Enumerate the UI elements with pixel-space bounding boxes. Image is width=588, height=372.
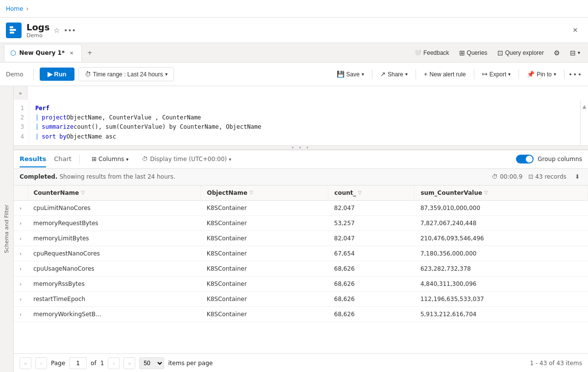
expand-row-button-2[interactable]: › xyxy=(20,236,22,241)
table-row[interactable]: › cpuLimitNanoCores K8SContainer 82,047 … xyxy=(14,200,588,215)
results-panel: Results Chart ⊞ Columns ▾ ⏱ Display time… xyxy=(14,150,588,372)
favorite-icon[interactable]: ☆ xyxy=(53,26,60,34)
cell-sum: 112,196,635,533,037 xyxy=(415,291,588,306)
editor-scroll-handle[interactable]: ▲ xyxy=(580,100,588,145)
expand-row-button-4[interactable]: › xyxy=(20,266,22,272)
tab-close-button[interactable]: ✕ xyxy=(68,49,75,57)
th-sum: sum_CounterValue ▽ xyxy=(415,186,588,201)
cell-count: 68,626 xyxy=(328,276,415,291)
group-toggle-switch[interactable] xyxy=(516,155,534,163)
export-button[interactable]: ↦ Export ▾ xyxy=(478,69,515,80)
time-icon: ⏱ xyxy=(492,173,498,180)
cell-sum: 7,827,067,240,448 xyxy=(415,215,588,231)
cell-count: 68,626 xyxy=(328,261,415,276)
schema-sidebar[interactable]: Schema and Filter xyxy=(0,86,14,372)
table-row[interactable]: › memoryLimitBytes K8SContainer 82,047 2… xyxy=(14,231,588,246)
expand-row-button-1[interactable]: › xyxy=(20,221,22,226)
run-button[interactable]: ▶ Run xyxy=(40,68,74,81)
last-page-button[interactable]: » xyxy=(123,357,135,369)
execution-time-badge: ⏱ 00:00.9 xyxy=(492,173,522,180)
expand-row-button-6[interactable]: › xyxy=(20,297,22,302)
expand-row-button-5[interactable]: › xyxy=(20,281,22,287)
expand-results-button[interactable]: ⬇ xyxy=(572,172,582,182)
table-row[interactable]: › cpuRequestNanoCores K8SContainer 67,65… xyxy=(14,246,588,261)
tab-add-button[interactable]: + xyxy=(83,46,97,60)
display-time-button[interactable]: ⏱ Display time (UTC+00:00) ▾ xyxy=(142,156,231,163)
pin-icon: 📌 xyxy=(527,70,535,78)
collapse-editor-button[interactable]: » xyxy=(14,86,27,100)
cell-counter-name: cpuUsageNanoCores xyxy=(27,261,201,276)
new-alert-button[interactable]: + New alert rule xyxy=(420,69,470,80)
filter-icon-objectname[interactable]: ▽ xyxy=(249,190,253,195)
workspace-subtitle: Demo xyxy=(26,32,49,39)
query-tab[interactable]: ⬡ New Query 1* ✕ xyxy=(4,44,82,62)
title-bar: Logs Demo ☆ ••• ✕ xyxy=(0,18,588,43)
share-button[interactable]: ↗ Share ▾ xyxy=(376,69,412,80)
app-icon xyxy=(6,23,22,38)
code-editor[interactable]: Perf | project ObjectName, CounterValue … xyxy=(29,100,580,145)
next-page-button[interactable]: › xyxy=(108,357,120,369)
queries-button[interactable]: ⊞ Queries xyxy=(455,47,491,59)
cell-object-name: K8SContainer xyxy=(201,306,328,322)
cell-object-name: K8SContainer xyxy=(201,215,328,231)
table-row[interactable]: › memoryRequestBytes K8SContainer 53,257… xyxy=(14,215,588,231)
save-button[interactable]: 💾 Save ▾ xyxy=(333,69,368,80)
schema-label: Schema and Filter xyxy=(3,205,10,253)
query-explorer-button[interactable]: ⊡ Query explorer xyxy=(493,47,548,59)
breadcrumb-home[interactable]: Home xyxy=(6,5,23,12)
filter-icon-countername[interactable]: ▽ xyxy=(81,190,85,195)
code-line-4: | sort by ObjectName asc xyxy=(35,132,574,141)
table-row[interactable]: › memoryRssBytes K8SContainer 68,626 4,8… xyxy=(14,276,588,291)
filter-icon-sum[interactable]: ▽ xyxy=(484,190,488,195)
drag-handle[interactable]: • • • xyxy=(14,145,588,149)
per-page-select[interactable]: 50 100 200 xyxy=(139,357,164,369)
results-tabs-bar: Results Chart ⊞ Columns ▾ ⏱ Display time… xyxy=(14,150,588,169)
expand-row-button-7[interactable]: › xyxy=(20,312,22,317)
close-button[interactable]: ✕ xyxy=(568,23,582,37)
cell-object-name: K8SContainer xyxy=(201,276,328,291)
group-columns-toggle: Group columns xyxy=(516,155,582,163)
editor-body: 1 2 3 4 Perf | project ObjectName, Count… xyxy=(14,100,588,145)
feedback-button[interactable]: 🤍 Feedback xyxy=(410,47,453,58)
columns-button[interactable]: ⊞ Columns ▾ xyxy=(88,154,132,164)
tabs-bar: ⬡ New Query 1* ✕ + 🤍 Feedback ⊞ Queries … xyxy=(0,43,588,63)
drag-dots-icon: • • • xyxy=(291,145,310,150)
breadcrumb-separator: › xyxy=(26,5,28,12)
table-row[interactable]: › restartTimeEpoch K8SContainer 68,626 1… xyxy=(14,291,588,306)
prev-page-button[interactable]: ‹ xyxy=(35,357,47,369)
expand-row-button-3[interactable]: › xyxy=(20,251,22,256)
title-actions: ☆ ••• xyxy=(53,26,75,34)
layout-button[interactable]: ⊟ ▾ xyxy=(566,47,584,59)
settings-button[interactable]: ⚙ xyxy=(550,47,564,59)
tab-results[interactable]: Results xyxy=(20,151,46,167)
cell-counter-name: memoryLimitBytes xyxy=(27,231,201,246)
clock-icon-sm: ⏱ xyxy=(142,156,148,163)
cell-count: 67,654 xyxy=(328,246,415,261)
pagination-bar: « ‹ Page of 1 › » 50 100 200 items per p… xyxy=(14,353,588,372)
title-more-icon[interactable]: ••• xyxy=(64,26,76,34)
time-range-button[interactable]: ⏱ Time range : Last 24 hours ▾ xyxy=(78,67,174,81)
cell-count: 82,047 xyxy=(328,200,415,215)
tab-chart[interactable]: Chart xyxy=(54,151,72,167)
cell-sum: 4,840,311,300,096 xyxy=(415,276,588,291)
code-line-1: Perf xyxy=(35,104,574,113)
expand-icon: ⬇ xyxy=(575,173,580,180)
editor-header: » xyxy=(14,86,588,100)
first-page-button[interactable]: « xyxy=(20,357,31,369)
cell-count: 53,257 xyxy=(328,215,415,231)
toolbar-more-button[interactable]: ••• xyxy=(568,68,582,81)
page-label: Page xyxy=(51,360,65,367)
cell-object-name: K8SContainer xyxy=(201,231,328,246)
records-badge[interactable]: ⊡ 43 records xyxy=(528,173,566,180)
title-text: Logs Demo xyxy=(26,22,49,39)
page-number-input[interactable] xyxy=(69,357,87,369)
status-bar: Completed. Showing results from the last… xyxy=(14,169,588,186)
table-row[interactable]: › cpuUsageNanoCores K8SContainer 68,626 … xyxy=(14,261,588,276)
expand-row-button-0[interactable]: › xyxy=(20,206,22,211)
table-row[interactable]: › memoryWorkingSetB... K8SContainer 68,6… xyxy=(14,306,588,322)
pin-to-button[interactable]: 📌 Pin to ▾ xyxy=(523,69,560,80)
th-object-name: ObjectName ▽ xyxy=(201,186,328,201)
of-label: of xyxy=(91,360,97,367)
filter-icon-count[interactable]: ▽ xyxy=(358,190,362,195)
execution-time: 00:00.9 xyxy=(500,173,522,180)
